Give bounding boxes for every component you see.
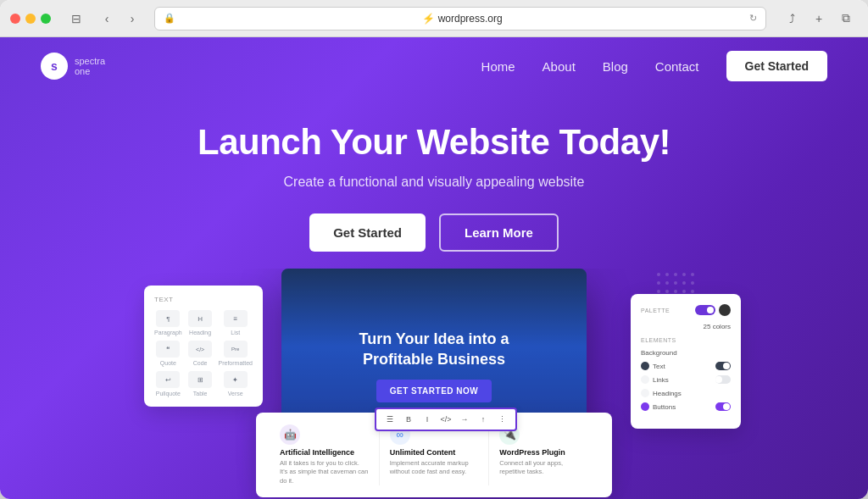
new-tab-icon[interactable]: + [807, 7, 831, 30]
traffic-lights [10, 14, 51, 24]
code-label: Code [193, 360, 208, 366]
mini-toolbar: ☰ B I </> → ↑ ⋮ [375, 408, 517, 431]
feature-ai-name: Artificial Intelligence [280, 448, 369, 457]
list-label: List [231, 330, 240, 335]
hero-section: Launch Your Website Today! Create a func… [0, 95, 868, 269]
elements-section: ELEMENTS Background Text [641, 337, 731, 413]
links-color-swatch [641, 375, 649, 384]
feature-ai-icon-row: 🤖 [280, 424, 369, 445]
palette-panel: PALETTE 25 colors ELEMENTS Background [631, 294, 741, 429]
table-label: Table [193, 391, 208, 396]
feature-plugin-desc: Connect all your apps, repetitive tasks. [499, 459, 588, 477]
heading-label: Heading [189, 330, 211, 335]
quote-icon: ❝ [156, 341, 180, 358]
element-text-label: Text [653, 363, 665, 370]
code-icon: </> [188, 341, 212, 358]
block-pullquote: ↩ Pullquote [154, 371, 182, 396]
logo-icon: s [41, 53, 68, 80]
links-toggle[interactable] [715, 375, 731, 384]
text-toggle[interactable] [715, 362, 731, 370]
website-content: s spectra one Home About Blog Contact Ge… [0, 37, 868, 499]
address-bar[interactable]: 🔒 ⚡ wordpress.org ↻ [154, 7, 766, 30]
toolbar-bold-icon[interactable]: B [402, 413, 415, 426]
browser-chrome: ⊟ ‹ › 🔒 ⚡ wordpress.org ↻ ⤴ + ⧉ [0, 0, 868, 37]
pullquote-icon: ↩ [156, 371, 180, 388]
buttons-toggle[interactable] [715, 402, 731, 411]
hero-learn-more-button[interactable]: Learn More [439, 213, 559, 252]
block-grid: ¶ Paragraph H Heading ≡ List ❝ Quote [154, 310, 253, 396]
nav-get-started-button[interactable]: Get Started [726, 51, 827, 81]
mockup-headline: Turn Your Idea into aProfitable Business [342, 330, 526, 369]
sidebar-toggle-icon[interactable]: ⊟ [64, 7, 88, 30]
element-row-headings: Headings [641, 386, 731, 400]
logo-text: spectra one [75, 56, 105, 76]
palette-label: PALETTE [641, 308, 670, 313]
element-links-label: Links [653, 376, 669, 384]
quote-label: Quote [160, 360, 176, 366]
tabs-icon[interactable]: ⧉ [834, 7, 858, 30]
logo: s spectra one [41, 53, 105, 80]
maximize-button[interactable] [41, 14, 51, 24]
refresh-icon: ↻ [749, 13, 757, 24]
feature-plugin-name: WordPress Plugin [499, 448, 588, 457]
toolbar-italic-icon[interactable]: I [420, 413, 434, 426]
browser-actions: ⤴ + ⧉ [780, 7, 858, 30]
forward-button[interactable]: › [120, 7, 144, 30]
toolbar-align-icon[interactable]: ↑ [476, 413, 490, 426]
element-background-left: Background [641, 349, 677, 357]
url-display: ⚡ wordpress.org [181, 13, 744, 25]
block-heading: H Heading [187, 310, 214, 335]
minimize-button[interactable] [25, 14, 36, 24]
block-paragraph: ¶ Paragraph [154, 310, 182, 335]
element-row-links: Links [641, 373, 731, 386]
palette-toggle [695, 304, 731, 316]
share-icon[interactable]: ⤴ [780, 7, 804, 30]
palette-dot-icon [719, 304, 731, 316]
preview-area: TEXT ¶ Paragraph H Heading ≡ List [0, 269, 868, 499]
feature-plugin: 🔌 WordPress Plugin Connect all your apps… [489, 424, 598, 486]
block-quote: ❝ Quote [154, 341, 182, 366]
nav-buttons: ‹ › [95, 7, 144, 30]
hero-buttons: Get Started Learn More [41, 213, 827, 252]
nav-link-contact[interactable]: Contact [655, 59, 699, 74]
security-icon: 🔒 [164, 13, 175, 24]
colors-count: 25 colors [641, 323, 731, 330]
paragraph-label: Paragraph [154, 330, 182, 335]
paragraph-icon: ¶ [156, 310, 180, 327]
text-blocks-panel: TEXT ¶ Paragraph H Heading ≡ List [144, 286, 263, 407]
site-nav: s spectra one Home About Blog Contact Ge… [0, 37, 868, 95]
element-text-left: Text [641, 362, 665, 370]
hero-title: Launch Your Website Today! [41, 122, 827, 163]
element-row-text: Text [641, 359, 731, 373]
toolbar-code-icon[interactable]: </> [439, 413, 453, 426]
logo-sub: one [75, 66, 105, 76]
hero-subtitle: Create a functional and visually appeali… [41, 175, 827, 190]
element-buttons-label: Buttons [653, 403, 676, 411]
back-button[interactable]: ‹ [95, 7, 119, 30]
nav-link-blog[interactable]: Blog [603, 59, 628, 74]
nav-link-home[interactable]: Home [481, 59, 515, 74]
list-icon: ≡ [224, 310, 248, 327]
preformatted-label: Preformatted [219, 360, 253, 366]
toolbar-link-icon[interactable]: → [458, 413, 471, 426]
element-row-background: Background [641, 347, 731, 359]
nav-link-about[interactable]: About [542, 59, 576, 74]
toggle-pill-icon[interactable] [695, 305, 715, 315]
verse-icon: ✦ [224, 371, 248, 388]
toolbar-more-icon[interactable]: ⋮ [495, 413, 509, 426]
toolbar-menu-icon[interactable]: ☰ [383, 413, 397, 426]
logo-name: spectra [75, 56, 105, 66]
block-verse: ✦ Verse [219, 371, 253, 396]
preformatted-icon: Pre [224, 341, 248, 358]
text-panel-label: TEXT [154, 296, 253, 303]
close-button[interactable] [10, 14, 20, 24]
browser-window: ⊟ ‹ › 🔒 ⚡ wordpress.org ↻ ⤴ + ⧉ s spectr… [0, 0, 868, 499]
element-headings-label: Headings [653, 390, 682, 397]
mockup-cta-button[interactable]: GET STARTED NOW [376, 380, 492, 402]
feature-content: ∞ Unlimited Content Implement accurate m… [380, 424, 490, 486]
table-icon: ⊞ [188, 371, 212, 388]
block-code: </> Code [187, 341, 214, 366]
hero-get-started-button[interactable]: Get Started [309, 213, 426, 252]
block-list: ≡ List [219, 310, 253, 335]
nav-links: Home About Blog Contact Get Started [481, 51, 827, 81]
